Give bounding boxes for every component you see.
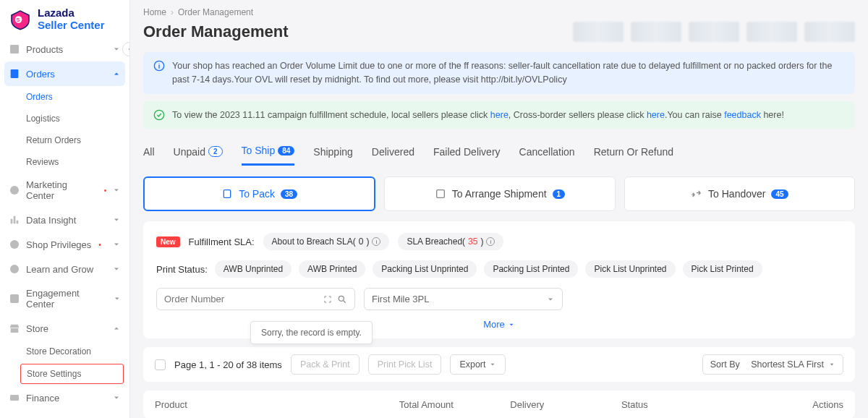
select-all-checkbox[interactable]: [155, 359, 166, 370]
pill-about-breach[interactable]: About to Breach SLA(0) i: [263, 233, 390, 250]
nav-label: Store: [26, 323, 48, 334]
tab-delivered[interactable]: Delivered: [372, 140, 414, 166]
filter-panel: New Fulfillment SLA: About to Breach SLA…: [143, 221, 855, 338]
first-mile-dropdown[interactable]: First Mile 3PL: [364, 288, 563, 310]
tab-to-ship[interactable]: To Ship84: [242, 140, 295, 166]
pill-awb-printed[interactable]: AWB Printed: [299, 260, 365, 278]
table-header: Product Total Amount Delivery Status Act…: [143, 391, 855, 418]
chevron-down-icon: [828, 361, 835, 368]
svg-rect-14: [436, 190, 444, 198]
learn-icon: [9, 263, 20, 275]
page-info: Page 1, 1 - 20 of 38 items: [174, 359, 282, 370]
breadcrumb-sep: ›: [171, 7, 174, 17]
order-status-tabs: All Unpaid2 To Ship84 Shipping Delivered…: [143, 140, 855, 166]
svg-point-6: [10, 265, 19, 273]
link-here-1[interactable]: here: [490, 110, 509, 120]
pill-picklist-printed[interactable]: Pick List Printed: [683, 260, 762, 278]
svg-point-12: [154, 110, 163, 119]
link-here-2[interactable]: here: [647, 110, 665, 120]
sort-dropdown[interactable]: Sort By Shortest SLA First: [702, 354, 843, 375]
chevron-down-icon: [112, 45, 121, 54]
pill-packlist-printed[interactable]: Packing List Printed: [484, 260, 578, 278]
nav-label: Shop Privileges: [26, 239, 91, 250]
chevron-up-icon: [112, 69, 121, 78]
print-pick-button[interactable]: Print Pick List: [368, 354, 442, 375]
logo-line1: Lazada: [38, 7, 105, 20]
pill-packlist-unprinted[interactable]: Packing List Unprinted: [373, 260, 477, 278]
pill-sla-breached[interactable]: SLA Breached(35) i: [398, 233, 503, 250]
svg-text:S: S: [16, 17, 20, 23]
nav-marketing[interactable]: Marketing Center•: [0, 173, 129, 208]
nav-finance[interactable]: Finance: [0, 385, 129, 410]
subtab-to-arrange[interactable]: To Arrange Shipment1: [384, 176, 615, 211]
pack-print-button[interactable]: Pack & Print: [291, 354, 359, 375]
subtab-to-handover[interactable]: To Handover45: [624, 176, 855, 211]
check-circle-icon: [153, 109, 165, 121]
export-button[interactable]: Export: [450, 354, 505, 375]
chevron-down-icon: [112, 186, 121, 195]
tab-all[interactable]: All: [143, 140, 155, 166]
breadcrumb-current: Order Management: [178, 7, 253, 17]
nav-learn[interactable]: Learn and Grow: [0, 257, 129, 281]
nav-engagement[interactable]: Engagement Center: [0, 281, 129, 316]
chevron-down-icon: [508, 321, 515, 328]
col-delivery: Delivery: [510, 399, 621, 410]
page-title: Order Management: [143, 22, 289, 41]
handover-icon: [691, 188, 702, 200]
chevron-up-icon: [112, 324, 121, 333]
lazada-logo-icon: S: [9, 8, 32, 31]
tab-return[interactable]: Return Or Refund: [594, 140, 674, 166]
nav-store[interactable]: Store: [0, 316, 129, 341]
svg-rect-13: [224, 190, 231, 198]
chevron-down-icon: [489, 361, 496, 368]
tab-failed[interactable]: Failed Delivery: [433, 140, 501, 166]
col-product: Product: [155, 399, 399, 410]
store-icon: [9, 323, 20, 334]
chevron-down-icon: [112, 240, 121, 249]
pack-icon: [221, 188, 233, 200]
sub-orders[interactable]: Orders: [0, 86, 129, 108]
svg-rect-2: [10, 45, 19, 54]
products-icon: [9, 43, 20, 55]
svg-rect-3: [11, 69, 19, 78]
sub-store-decoration[interactable]: Store Decoration: [0, 341, 129, 362]
tab-shipping[interactable]: Shipping: [313, 140, 353, 166]
print-label: Print Status:: [156, 264, 208, 275]
search-icon[interactable]: [337, 294, 347, 304]
alert-ovl: Your shop has reached an Order Volume Li…: [143, 52, 855, 94]
sidebar: S Lazada Seller Center Products Orders O…: [0, 0, 130, 418]
link-feedback[interactable]: feedback: [724, 110, 761, 120]
breadcrumb: Home › Order Management: [143, 7, 855, 17]
sub-store-settings[interactable]: Store Settings: [20, 364, 124, 384]
subtab-to-pack[interactable]: To Pack38: [143, 176, 375, 211]
sub-return-orders[interactable]: Return Orders: [0, 129, 129, 151]
svg-rect-7: [10, 294, 19, 303]
order-search-input[interactable]: [164, 294, 318, 304]
engagement-icon: [9, 293, 20, 304]
breadcrumb-home[interactable]: Home: [143, 7, 166, 17]
nav-data-insight[interactable]: Data Insight: [0, 208, 129, 232]
nav-orders[interactable]: Orders: [4, 61, 125, 86]
nav-products[interactable]: Products: [0, 37, 129, 61]
tab-unpaid[interactable]: Unpaid2: [174, 140, 223, 166]
scan-icon[interactable]: [323, 294, 333, 304]
nav-label: Orders: [26, 69, 55, 80]
alert-text: Your shop has reached an Order Volume Li…: [172, 59, 845, 87]
nav-label: Engagement Center: [26, 288, 107, 310]
nav-shop-privileges[interactable]: Shop Privileges•: [0, 232, 129, 257]
logo-line2: Seller Center: [38, 20, 105, 32]
chevron-down-icon: [112, 265, 121, 273]
pill-picklist-unprinted[interactable]: Pick List Unprinted: [585, 260, 675, 278]
arrange-icon: [435, 188, 446, 200]
tab-cancellation[interactable]: Cancellation: [519, 140, 575, 166]
main-content: Home › Order Management Order Management…: [130, 0, 868, 418]
col-total: Total Amount: [399, 399, 511, 410]
sub-logistics[interactable]: Logistics: [0, 108, 129, 129]
chevron-left-icon: [126, 46, 130, 53]
info-icon: i: [372, 237, 380, 246]
pill-awb-unprinted[interactable]: AWB Unprinted: [215, 260, 292, 278]
nav-label: Data Insight: [26, 215, 76, 226]
order-search[interactable]: [156, 288, 355, 310]
svg-point-4: [10, 186, 19, 195]
sub-reviews[interactable]: Reviews: [0, 151, 129, 173]
